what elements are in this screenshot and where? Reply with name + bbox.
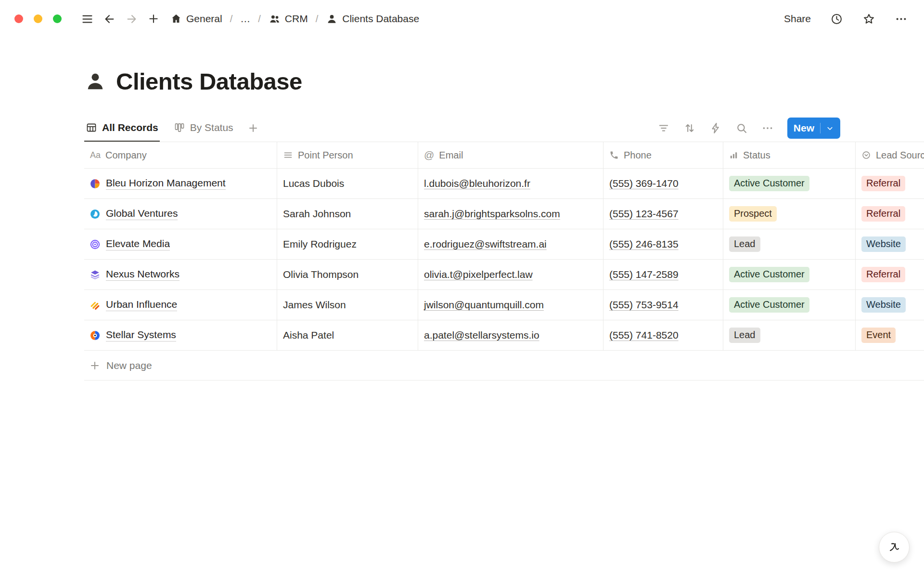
cell-email[interactable]: e.rodriguez@swiftstream.ai [418,229,603,259]
more-options-button[interactable] [895,13,908,26]
person-icon [326,13,338,25]
cell-phone[interactable]: (555) 753-9514 [603,290,723,320]
breadcrumb-item-general[interactable]: General [167,12,225,26]
cell-phone[interactable]: (555) 147-2589 [603,260,723,289]
cell-status[interactable]: Lead [723,229,856,259]
automations-button[interactable] [709,122,722,134]
cell-status[interactable]: Active Customer [723,169,856,198]
cell-email[interactable]: l.dubois@bleuhorizon.fr [418,169,603,198]
email-link[interactable]: a.patel@stellarsystems.io [424,329,539,341]
cell-company[interactable]: Urban Influence [84,290,277,320]
history-button[interactable] [830,13,843,26]
cell-phone[interactable]: (555) 246-8135 [603,229,723,259]
cell-status[interactable]: Prospect [723,199,856,229]
cell-point-person[interactable]: Sarah Johnson [277,199,418,229]
back-button[interactable] [100,10,118,28]
cell-point-person[interactable]: Olivia Thompson [277,260,418,289]
company-link[interactable]: Nexus Networks [106,268,180,281]
breadcrumb-item-ellipsis[interactable]: … [237,12,253,26]
cell-status[interactable]: Active Customer [723,260,856,289]
minimize-window-button[interactable] [34,14,42,23]
cell-lead-source[interactable]: Website [856,290,924,320]
email-link[interactable]: olivia.t@pixelperfect.law [424,269,533,280]
column-header-point-person[interactable]: Point Person [277,142,418,168]
phone-link[interactable]: (555) 369-1470 [609,178,679,189]
phone-link[interactable]: (555) 246-8135 [609,238,679,250]
cell-lead-source[interactable]: Referral [856,199,924,229]
column-header-email[interactable]: @Email [418,142,603,168]
breadcrumb-item-crm[interactable]: CRM [266,12,311,26]
zoom-window-button[interactable] [53,14,62,23]
sidebar-menu-button[interactable] [78,10,96,28]
cell-company[interactable]: Bleu Horizon Management [84,169,277,198]
cell-company[interactable]: Stellar Systems [84,320,277,350]
company-link[interactable]: Bleu Horizon Management [106,177,226,190]
table-row[interactable]: Stellar SystemsAisha Patela.patel@stella… [84,320,924,351]
column-header-lead-source[interactable]: Lead Source [856,142,924,168]
phone-link[interactable]: (555) 123-4567 [609,208,679,220]
column-label: Email [439,150,463,161]
email-link[interactable]: jwilson@quantumquill.com [424,299,544,311]
column-header-status[interactable]: Status [723,142,856,168]
company-link[interactable]: Elevate Media [106,238,170,250]
new-record-button[interactable]: New [787,118,840,139]
view-options-button[interactable] [761,122,774,134]
breadcrumb-item-clients-database[interactable]: Clients Database [323,12,422,26]
company-link[interactable]: Global Ventures [106,208,178,220]
cell-lead-source[interactable]: Referral [856,260,924,289]
favorite-button[interactable] [862,13,875,26]
hamburger-icon [81,13,94,26]
phone-link[interactable]: (555) 741-8520 [609,329,679,341]
phone-link[interactable]: (555) 147-2589 [609,269,679,280]
tab-by-status[interactable]: By Status [172,115,235,142]
page-title: Clients Database [116,68,302,95]
column-header-company[interactable]: AaCompany [84,142,277,168]
add-view-button[interactable] [247,122,259,134]
cell-point-person[interactable]: Lucas Dubois [277,169,418,198]
phone-link[interactable]: (555) 753-9514 [609,299,679,311]
cell-email[interactable]: sarah.j@brightsparksolns.com [418,199,603,229]
cell-point-person[interactable]: Emily Rodriguez [277,229,418,259]
forward-button[interactable] [122,10,141,28]
cell-company[interactable]: Global Ventures [84,199,277,229]
search-button[interactable] [735,122,748,134]
tab-all-records[interactable]: All Records [84,115,160,142]
new-page-row[interactable]: New page [84,351,924,381]
cell-status[interactable]: Lead [723,320,856,350]
cell-email[interactable]: jwilson@quantumquill.com [418,290,603,320]
email-link[interactable]: sarah.j@brightsparksolns.com [424,208,560,220]
cell-company[interactable]: Elevate Media [84,229,277,259]
table-row[interactable]: Global VenturesSarah Johnsonsarah.j@brig… [84,199,924,229]
cell-phone[interactable]: (555) 123-4567 [603,199,723,229]
titlebar-actions: Share [784,13,908,26]
email-link[interactable]: l.dubois@bleuhorizon.fr [424,178,530,189]
share-button[interactable]: Share [784,13,811,25]
close-window-button[interactable] [14,14,23,23]
email-link[interactable]: e.rodriguez@swiftstream.ai [424,238,547,250]
cell-lead-source[interactable]: Event [856,320,924,350]
cell-email[interactable]: a.patel@stellarsystems.io [418,320,603,350]
ai-assistant-button[interactable] [879,532,910,563]
cell-point-person[interactable]: James Wilson [277,290,418,320]
new-button-label: New [794,122,814,134]
table-row[interactable]: Nexus NetworksOlivia Thompsonolivia.t@pi… [84,260,924,290]
sort-button[interactable] [683,122,696,134]
cell-phone[interactable]: (555) 741-8520 [603,320,723,350]
company-link[interactable]: Urban Influence [106,299,177,311]
company-link[interactable]: Stellar Systems [106,329,176,342]
cell-lead-source[interactable]: Referral [856,169,924,198]
column-label: Point Person [298,150,353,161]
filter-button[interactable] [657,122,670,134]
table-row[interactable]: Urban InfluenceJames Wilsonjwilson@quant… [84,290,924,320]
cell-email[interactable]: olivia.t@pixelperfect.law [418,260,603,289]
cell-point-person[interactable]: Aisha Patel [277,320,418,350]
cell-status[interactable]: Active Customer [723,290,856,320]
cell-lead-source[interactable]: Website [856,229,924,259]
table-row[interactable]: Elevate MediaEmily Rodrigueze.rodriguez@… [84,229,924,260]
column-header-phone[interactable]: Phone [603,142,723,168]
person-icon[interactable] [84,70,106,92]
cell-phone[interactable]: (555) 369-1470 [603,169,723,198]
table-row[interactable]: Bleu Horizon ManagementLucas Duboisl.dub… [84,169,924,199]
cell-company[interactable]: Nexus Networks [84,260,277,289]
new-tab-button[interactable] [144,10,163,28]
